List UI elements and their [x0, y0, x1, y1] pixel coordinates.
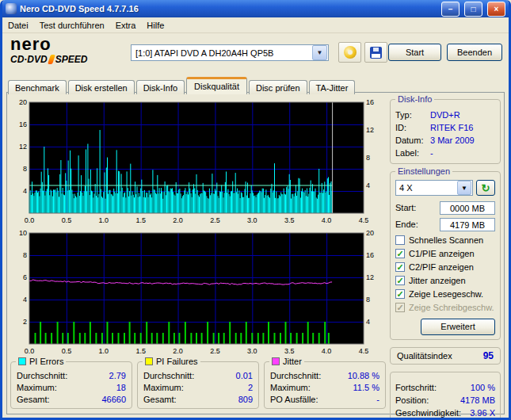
svg-text:16: 16	[19, 120, 27, 128]
progress-label: Fortschritt:	[395, 383, 437, 392]
menu-extra[interactable]: Extra	[110, 19, 142, 32]
svg-text:16: 16	[366, 98, 374, 106]
disk-info-title: Disk-Info	[395, 94, 434, 104]
tab-diskqualitaet[interactable]: Diskqualität	[186, 77, 247, 94]
stat-value: 809	[238, 395, 253, 404]
svg-text:3.0: 3.0	[247, 347, 257, 355]
nero-logo: nero CD·DVD SPEED	[10, 36, 87, 64]
logo-cddvd-text: CD·DVD	[10, 55, 48, 64]
svg-text:1.5: 1.5	[135, 347, 146, 355]
position-value: 4178 MB	[460, 395, 495, 405]
checkbox-box: ✓	[395, 303, 405, 312]
checkbox-box	[395, 235, 405, 245]
pi-failures-statbox: PI Failures Durchschnitt:0.01 Maximum:2 …	[137, 361, 259, 409]
save-button[interactable]	[364, 42, 387, 63]
quality-index-label: Qualitätsindex	[397, 351, 452, 361]
checkbox-schnelles-scannen[interactable]: Schnelles Scannen	[395, 234, 495, 246]
svg-text:4: 4	[23, 187, 27, 195]
tab-disk-erstellen[interactable]: Disk erstellen	[68, 80, 135, 94]
svg-text:2.5: 2.5	[210, 216, 220, 224]
advanced-button[interactable]: Erweitert	[421, 319, 495, 335]
statistics-row: PI Errors Durchschnitt:2.79 Maximum:18 G…	[10, 361, 386, 409]
speed-value: 3.96 X	[470, 408, 495, 418]
checkbox-c1-pie[interactable]: ✓ C1/PIE anzeigen	[395, 247, 495, 260]
stat-label: Maximum:	[143, 383, 184, 392]
svg-text:1.5: 1.5	[135, 216, 146, 224]
svg-text:2: 2	[23, 318, 27, 326]
menu-hilfe[interactable]: Hilfe	[141, 19, 170, 32]
pi-failures-title: PI Failures	[156, 357, 198, 366]
svg-text:0.5: 0.5	[62, 347, 72, 355]
svg-text:8: 8	[23, 165, 27, 173]
svg-text:8: 8	[366, 154, 370, 162]
svg-text:16: 16	[366, 251, 374, 259]
start-mb-field[interactable]: 0000 MB	[440, 201, 495, 215]
pi-errors-title: PI Errors	[29, 357, 63, 366]
minimize-button[interactable]: –	[441, 2, 460, 17]
disk-id-label: ID:	[395, 123, 430, 132]
tab-disc-pruefen[interactable]: Disc prüfen	[249, 80, 307, 94]
stat-value: 46660	[101, 395, 126, 404]
svg-text:12: 12	[19, 143, 27, 151]
stat-value: 18	[116, 383, 126, 392]
speed-select[interactable]: 4 X ▼	[395, 180, 473, 196]
pi-errors-swatch	[18, 357, 26, 365]
stat-label: Maximum:	[270, 383, 311, 392]
charts-column: 201612841612840.00.51.01.52.02.53.03.54.…	[10, 97, 386, 410]
flame-icon	[48, 55, 55, 64]
svg-text:8: 8	[366, 296, 370, 304]
disk-label-label: Label:	[395, 148, 430, 158]
jitter-swatch	[272, 357, 280, 365]
sidebar: Disk-Info Typ:DVD+R ID:RITEK F16 Datum:3…	[390, 97, 502, 410]
quit-button[interactable]: Beenden	[447, 44, 502, 61]
checkbox-jitter[interactable]: ✓ Jitter anzeigen	[395, 274, 495, 287]
position-label: Position:	[395, 395, 429, 405]
svg-text:12: 12	[366, 273, 374, 281]
checkbox-lesegeschw[interactable]: ✓ Zeige Lesegeschw.	[395, 288, 495, 300]
svg-text:3.5: 3.5	[284, 216, 295, 224]
svg-text:12: 12	[366, 126, 374, 134]
disk-type-value: DVD+R	[430, 110, 460, 120]
eject-disc-button[interactable]	[338, 42, 361, 63]
drive-select[interactable]: [1:0] ATAPI DVD A DH20A4H QP5B ▼	[131, 44, 329, 61]
end-mb-field[interactable]: 4179 MB	[440, 218, 495, 231]
settings-group: Einstellungen 4 X ▼ ↻ Start: 0000 MB End…	[390, 171, 501, 340]
menu-datei[interactable]: Datei	[2, 19, 34, 32]
start-mb-label: Start:	[395, 203, 416, 212]
stat-value: 10.88 %	[348, 371, 379, 380]
stat-value: -	[376, 395, 379, 404]
menu-bar: Datei Test durchführen Extra Hilfe	[2, 17, 509, 33]
svg-text:4: 4	[366, 318, 370, 326]
stat-label: Durchschnitt:	[143, 371, 194, 380]
svg-text:20: 20	[366, 229, 374, 237]
close-button[interactable]: ×	[487, 2, 505, 17]
refresh-icon: ↻	[482, 182, 490, 194]
svg-text:4: 4	[366, 181, 370, 189]
svg-text:2.5: 2.5	[210, 347, 220, 355]
disk-info-group: Disk-Info Typ:DVD+R ID:RITEK F16 Datum:3…	[390, 99, 501, 164]
nero-logo-text: nero	[10, 36, 87, 53]
disk-date-value: 3 Mar 2009	[430, 136, 475, 145]
stat-value: 0.01	[236, 371, 253, 380]
chevron-down-icon[interactable]: ▼	[312, 45, 327, 60]
chevron-down-icon[interactable]: ▼	[457, 181, 471, 195]
menu-test-durchfuehren[interactable]: Test durchführen	[34, 19, 110, 32]
svg-text:10: 10	[19, 229, 27, 237]
jitter-title: Jitter	[283, 357, 302, 366]
disc-icon	[344, 46, 357, 59]
tab-ta-jitter[interactable]: TA-Jitter	[309, 80, 356, 94]
stat-value: 2.79	[109, 371, 126, 380]
speed-label: Geschwindigkeit:	[395, 408, 461, 418]
svg-text:6: 6	[23, 273, 27, 281]
checkbox-schreibgeschw: ✓ Zeige Schreibgeschw.	[395, 301, 495, 314]
tab-disk-info[interactable]: Disk-Info	[136, 80, 185, 94]
checkbox-box: ✓	[395, 289, 405, 299]
maximize-button[interactable]: □	[464, 2, 482, 17]
start-button[interactable]: Start	[388, 44, 441, 61]
title-bar[interactable]: Nero CD-DVD Speed 4.7.7.16 – □ ×	[2, 0, 509, 17]
tab-benchmark[interactable]: Benchmark	[8, 80, 67, 94]
svg-text:0.0: 0.0	[25, 347, 35, 355]
checkbox-c2-pif[interactable]: ✓ C2/PIF anzeigen	[395, 261, 495, 273]
refresh-speed-button[interactable]: ↻	[476, 180, 495, 196]
svg-text:8: 8	[23, 251, 27, 259]
